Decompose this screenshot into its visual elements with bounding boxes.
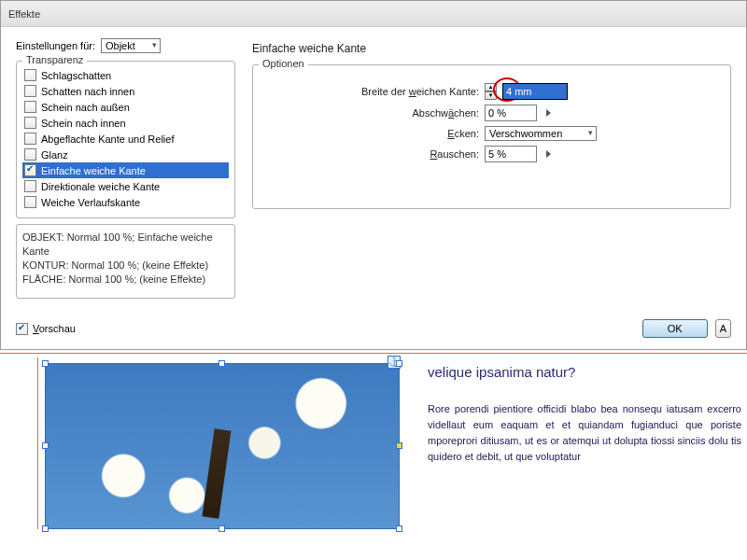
soften-input[interactable] <box>485 105 537 121</box>
soften-label: Abschwächen: <box>348 107 479 119</box>
resize-handle[interactable] <box>396 525 402 532</box>
effect-checkbox[interactable] <box>24 69 36 81</box>
transparency-group: Transparenz SchlagschattenSchatten nach … <box>16 61 235 218</box>
effect-list-item[interactable]: Abgeflachte Kante und Relief <box>22 131 229 147</box>
effect-summary: OBJEKT: Normal 100 %; Einfache weiche Ka… <box>16 224 235 299</box>
flyout-arrow-icon[interactable] <box>546 150 551 158</box>
effect-item-label: Schein nach außen <box>41 102 130 113</box>
resize-handle[interactable] <box>42 442 49 449</box>
paragraph-body: Rore porendi pientiore officidi blabo be… <box>428 401 741 465</box>
options-group: Optionen Breite der weichen Kante: ▲ ▼ <box>252 64 731 209</box>
effect-item-label: Schlagschatten <box>41 70 111 81</box>
effect-item-label: Direktionale weiche Kante <box>41 181 160 192</box>
resize-handle[interactable] <box>218 360 225 367</box>
preview-checkbox[interactable] <box>16 323 28 335</box>
dialog-title: Effekte <box>8 8 40 20</box>
document-area: ⚓ velique ipsanima natur? Rore porendi p… <box>0 354 747 529</box>
effect-checkbox[interactable] <box>24 133 36 145</box>
effect-list-item[interactable]: Schlagschatten <box>22 67 229 83</box>
effect-item-label: Glanz <box>41 149 68 161</box>
effect-item-label: Abgeflachte Kante und Relief <box>41 133 175 145</box>
left-pane: Einstellungen für: Objekt Transparenz Sc… <box>16 38 235 299</box>
corners-dropdown[interactable]: Verschwommen <box>485 126 597 141</box>
summary-line: FLÄCHE: Normal 100 %; (keine Effekte) <box>22 273 229 287</box>
ok-button[interactable]: OK <box>642 319 708 338</box>
effect-item-label: Weiche Verlaufskante <box>41 197 140 208</box>
corners-value: Verschwommen <box>489 128 562 139</box>
resize-handle[interactable] <box>396 442 402 449</box>
effect-list-item[interactable]: Schatten nach innen <box>22 83 229 99</box>
feather-width-input[interactable] <box>502 83 568 100</box>
effect-item-label: Schatten nach innen <box>41 86 134 97</box>
right-pane: Einfache weiche Kante Optionen Breite de… <box>252 38 731 299</box>
effect-item-label: Schein nach innen <box>41 118 126 129</box>
settings-for-value: Objekt <box>106 40 135 51</box>
dialog-button-bar: Vorschau OK A <box>1 310 746 349</box>
preview-label: Vorschau <box>33 323 76 334</box>
effect-list-item[interactable]: Schein nach innen <box>22 115 229 131</box>
flyout-arrow-icon[interactable] <box>546 109 551 117</box>
effect-checkbox[interactable] <box>24 101 36 113</box>
summary-line: KONTUR: Normal 100 %; (keine Effekte) <box>22 259 229 273</box>
noise-input[interactable] <box>485 146 537 162</box>
spinner-down-icon[interactable]: ▼ <box>485 91 497 100</box>
paragraph-heading: velique ipsanima natur? <box>428 361 741 383</box>
corners-label: Ecken: <box>348 128 479 139</box>
canvas-column: ⚓ <box>0 357 422 529</box>
cancel-button[interactable]: A <box>715 319 731 338</box>
spinner-up-icon[interactable]: ▲ <box>485 83 497 91</box>
resize-handle[interactable] <box>42 525 49 532</box>
options-group-title: Optionen <box>259 58 308 69</box>
settings-for-dropdown[interactable]: Objekt <box>101 38 161 53</box>
resize-handle[interactable] <box>42 360 49 367</box>
resize-handle[interactable] <box>396 360 402 367</box>
effect-checkbox[interactable] <box>24 196 36 208</box>
effects-dialog: Effekte Einstellungen für: Objekt Transp… <box>0 0 747 350</box>
effect-list-item[interactable]: Weiche Verlaufskante <box>22 194 229 210</box>
effect-checkbox[interactable] <box>24 164 36 176</box>
selected-image-frame[interactable]: ⚓ <box>45 363 400 529</box>
feather-width-spinner[interactable]: ▲ ▼ <box>485 83 497 100</box>
feather-width-label: Breite der weichen Kante: <box>348 86 479 97</box>
effect-checkbox[interactable] <box>24 180 36 192</box>
dialog-content: Einstellungen für: Objekt Transparenz Sc… <box>1 27 746 310</box>
effect-list-item[interactable]: Direktionale weiche Kante <box>22 178 229 194</box>
settings-for-label: Einstellungen für: <box>16 40 95 51</box>
dialog-titlebar[interactable]: Effekte <box>1 1 746 27</box>
ruler-guide-vertical <box>37 357 38 529</box>
effect-checkbox[interactable] <box>24 148 36 161</box>
resize-handle[interactable] <box>218 525 225 532</box>
text-column[interactable]: velique ipsanima natur? Rore porendi pie… <box>422 357 747 529</box>
effect-checkbox[interactable] <box>24 117 36 129</box>
transparency-group-title: Transparenz <box>22 54 87 65</box>
effect-title: Einfache weiche Kante <box>252 42 731 55</box>
effect-list-item[interactable]: Schein nach außen <box>22 99 229 115</box>
effect-list-item[interactable]: Glanz <box>22 147 229 162</box>
summary-line: OBJEKT: Normal 100 %; Einfache weiche Ka… <box>22 231 229 259</box>
noise-label: Rauschen: <box>348 148 479 160</box>
effect-item-label: Einfache weiche Kante <box>41 165 146 176</box>
effect-list-item[interactable]: Einfache weiche Kante <box>22 162 229 178</box>
effect-checkbox[interactable] <box>24 85 36 97</box>
